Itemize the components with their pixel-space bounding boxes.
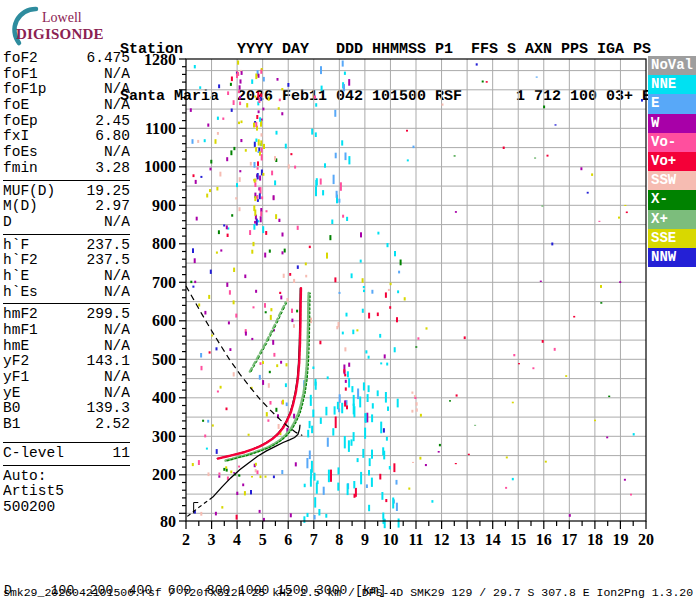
legend-item-w: W (648, 114, 696, 133)
x-axis-tick-label: 3 (208, 531, 216, 548)
y-axis-tick-label: 800 (152, 235, 176, 252)
legend-item-sse: SSE (648, 229, 696, 248)
y-axis-tick-label: 1000 (144, 158, 176, 175)
x-axis-tick-label: 8 (335, 531, 343, 548)
echo-traces (217, 288, 310, 461)
legend-item-ssw: SSW (648, 171, 696, 190)
ionogram-plot: 1280110010009008007006005004003002008023… (0, 0, 700, 600)
x-axis-tick-label: 18 (587, 531, 603, 548)
y-axis-tick-label: 1280 (144, 51, 176, 68)
x-axis-tick-label: 10 (382, 531, 398, 548)
x-axis-tick-label: 11 (408, 531, 423, 548)
x-axis-tick-label: 14 (485, 531, 501, 548)
x-axis-tick-label: 17 (561, 531, 577, 548)
x-axis-tick-label: 16 (536, 531, 552, 548)
y-axis-tick-label: 900 (152, 197, 176, 214)
x-axis-tick-label: 15 (510, 531, 526, 548)
x-axis-tick-label: 12 (434, 531, 450, 548)
legend-item-e: E (648, 94, 696, 113)
legend-item-nnw: NNW (648, 248, 696, 267)
x-axis-tick-label: 9 (361, 531, 369, 548)
x-axis-tick-label: 13 (459, 531, 475, 548)
status-bar: smk29_2026042101500.rsf / 720fx512h 25 k… (3, 586, 693, 599)
x-axis-tick-label: 6 (284, 531, 292, 548)
x-axis-tick-label: 7 (310, 531, 318, 548)
legend-item-vo: Vo- (648, 133, 696, 152)
legend-item-x: X- (648, 190, 696, 209)
plot-axes: 1280110010009008007006005004003002008023… (144, 51, 654, 549)
y-axis-tick-label: 700 (152, 274, 176, 291)
echo-color-legend: NoValNNEEWVo-Vo+SSWX-X+SSENNW (648, 56, 696, 267)
legend-item-vo: Vo+ (648, 152, 696, 171)
profile-topside-extrapolation (186, 286, 302, 435)
legend-item-noval: NoVal (648, 56, 696, 75)
x-axis-tick-label: 19 (612, 531, 628, 548)
x-axis-tick-label: 5 (259, 531, 267, 548)
legend-item-nne: NNE (648, 75, 696, 94)
y-axis-tick-label: 400 (152, 389, 176, 406)
y-axis-tick-label: 1100 (145, 120, 176, 137)
x-axis-tick-label: 4 (233, 531, 241, 548)
y-axis-tick-label: 600 (152, 312, 176, 329)
y-axis-tick-label: 500 (152, 351, 176, 368)
y-axis-tick-label: 200 (152, 466, 176, 483)
x-axis-tick-label: 20 (638, 531, 654, 548)
legend-item-x: X+ (648, 210, 696, 229)
y-axis-tick-label: 300 (152, 428, 176, 445)
x-axis-tick-label: 2 (182, 531, 190, 548)
y-axis-tick-label: 80 (160, 513, 176, 530)
